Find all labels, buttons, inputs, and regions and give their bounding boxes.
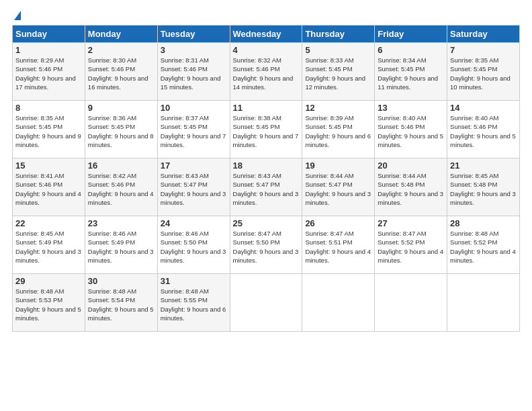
day-number: 19 (305, 161, 371, 171)
calendar-cell: 16 Sunrise: 8:42 AMSunset: 5:46 PMDaylig… (85, 158, 157, 216)
day-number: 21 (450, 161, 517, 171)
day-number: 22 (15, 218, 82, 228)
calendar-cell: 19 Sunrise: 8:44 AMSunset: 5:47 PMDaylig… (302, 158, 375, 216)
day-number: 27 (378, 218, 444, 228)
weekday-header-friday: Friday (375, 26, 447, 43)
weekday-header-thursday: Thursday (302, 26, 375, 43)
cell-info: Sunrise: 8:43 AMSunset: 5:47 PMDaylight:… (161, 172, 226, 206)
cell-info: Sunrise: 8:47 AMSunset: 5:52 PMDaylight:… (378, 230, 443, 264)
day-number: 29 (15, 276, 82, 286)
page: SundayMondayTuesdayWednesdayThursdayFrid… (0, 0, 532, 411)
cell-info: Sunrise: 8:32 AMSunset: 5:46 PMDaylight:… (233, 56, 294, 91)
calendar-week-row: 15 Sunrise: 8:41 AMSunset: 5:46 PMDaylig… (13, 158, 520, 216)
calendar-cell: 8 Sunrise: 8:35 AMSunset: 5:45 PMDayligh… (13, 101, 85, 158)
cell-info: Sunrise: 8:45 AMSunset: 5:48 PMDaylight:… (450, 172, 516, 206)
calendar-cell: 28 Sunrise: 8:48 AMSunset: 5:52 PMDaylig… (447, 216, 520, 274)
day-number: 4 (233, 45, 300, 55)
weekday-header-tuesday: Tuesday (157, 26, 230, 43)
cell-info: Sunrise: 8:29 AMSunset: 5:46 PMDaylight:… (15, 56, 76, 91)
weekday-header-sunday: Sunday (13, 26, 85, 43)
day-number: 10 (161, 103, 227, 113)
calendar-cell: 3 Sunrise: 8:31 AMSunset: 5:46 PMDayligh… (157, 43, 230, 101)
cell-info: Sunrise: 8:46 AMSunset: 5:50 PMDaylight:… (161, 230, 226, 264)
calendar-cell: 18 Sunrise: 8:43 AMSunset: 5:47 PMDaylig… (230, 158, 302, 216)
calendar-cell: 25 Sunrise: 8:47 AMSunset: 5:50 PMDaylig… (230, 216, 302, 274)
cell-info: Sunrise: 8:37 AMSunset: 5:45 PMDaylight:… (161, 114, 226, 148)
calendar-cell: 30 Sunrise: 8:48 AMSunset: 5:54 PMDaylig… (85, 274, 157, 332)
logo-triangle-icon (14, 11, 21, 20)
calendar-cell: 4 Sunrise: 8:32 AMSunset: 5:46 PMDayligh… (230, 43, 302, 101)
calendar-cell: 29 Sunrise: 8:48 AMSunset: 5:53 PMDaylig… (13, 274, 85, 332)
day-number: 23 (88, 218, 154, 228)
calendar-cell: 24 Sunrise: 8:46 AMSunset: 5:50 PMDaylig… (157, 216, 230, 274)
weekday-header-monday: Monday (85, 26, 157, 43)
cell-info: Sunrise: 8:42 AMSunset: 5:46 PMDaylight:… (88, 172, 154, 206)
day-number: 13 (378, 103, 444, 113)
calendar-week-row: 22 Sunrise: 8:45 AMSunset: 5:49 PMDaylig… (13, 216, 520, 274)
cell-info: Sunrise: 8:33 AMSunset: 5:45 PMDaylight:… (305, 56, 365, 91)
cell-info: Sunrise: 8:40 AMSunset: 5:46 PMDaylight:… (450, 114, 516, 148)
calendar-week-row: 1 Sunrise: 8:29 AMSunset: 5:46 PMDayligh… (13, 43, 520, 101)
calendar-cell: 10 Sunrise: 8:37 AMSunset: 5:45 PMDaylig… (157, 101, 230, 158)
calendar-table: SundayMondayTuesdayWednesdayThursdayFrid… (12, 25, 520, 332)
day-number: 20 (378, 161, 444, 171)
calendar-week-row: 29 Sunrise: 8:48 AMSunset: 5:53 PMDaylig… (13, 274, 520, 332)
day-number: 31 (161, 276, 227, 286)
calendar-cell: 20 Sunrise: 8:44 AMSunset: 5:48 PMDaylig… (375, 158, 447, 216)
day-number: 30 (88, 276, 154, 286)
calendar-cell: 31 Sunrise: 8:48 AMSunset: 5:55 PMDaylig… (157, 274, 230, 332)
cell-info: Sunrise: 8:41 AMSunset: 5:46 PMDaylight:… (15, 172, 81, 206)
day-number: 2 (88, 45, 154, 55)
calendar-cell: 15 Sunrise: 8:41 AMSunset: 5:46 PMDaylig… (13, 158, 85, 216)
cell-info: Sunrise: 8:31 AMSunset: 5:46 PMDaylight:… (161, 56, 221, 91)
day-number: 24 (161, 218, 227, 228)
calendar-cell: 9 Sunrise: 8:36 AMSunset: 5:45 PMDayligh… (85, 101, 157, 158)
day-number: 9 (88, 103, 154, 113)
logo (12, 11, 21, 21)
day-number: 11 (233, 103, 300, 113)
cell-info: Sunrise: 8:35 AMSunset: 5:45 PMDaylight:… (450, 56, 511, 91)
calendar-week-row: 8 Sunrise: 8:35 AMSunset: 5:45 PMDayligh… (13, 101, 520, 158)
cell-info: Sunrise: 8:48 AMSunset: 5:54 PMDaylight:… (88, 287, 154, 322)
calendar-cell: 26 Sunrise: 8:47 AMSunset: 5:51 PMDaylig… (302, 216, 375, 274)
cell-info: Sunrise: 8:46 AMSunset: 5:49 PMDaylight:… (88, 230, 154, 264)
cell-info: Sunrise: 8:47 AMSunset: 5:50 PMDaylight:… (233, 230, 299, 264)
calendar-cell: 6 Sunrise: 8:34 AMSunset: 5:45 PMDayligh… (375, 43, 447, 101)
cell-info: Sunrise: 8:44 AMSunset: 5:48 PMDaylight:… (378, 172, 443, 206)
day-number: 18 (233, 161, 300, 171)
day-number: 12 (305, 103, 371, 113)
day-number: 28 (450, 218, 517, 228)
day-number: 26 (305, 218, 371, 228)
day-number: 6 (378, 45, 444, 55)
cell-info: Sunrise: 8:34 AMSunset: 5:45 PMDaylight:… (378, 56, 438, 91)
calendar-cell: 7 Sunrise: 8:35 AMSunset: 5:45 PMDayligh… (447, 43, 520, 101)
day-number: 3 (161, 45, 227, 55)
cell-info: Sunrise: 8:39 AMSunset: 5:45 PMDaylight:… (305, 114, 371, 148)
calendar-cell (302, 274, 375, 332)
day-number: 7 (450, 45, 517, 55)
day-number: 15 (15, 161, 82, 171)
weekday-header-row: SundayMondayTuesdayWednesdayThursdayFrid… (13, 26, 520, 43)
cell-info: Sunrise: 8:30 AMSunset: 5:46 PMDaylight:… (88, 56, 148, 91)
calendar-cell: 11 Sunrise: 8:38 AMSunset: 5:45 PMDaylig… (230, 101, 302, 158)
calendar-cell: 14 Sunrise: 8:40 AMSunset: 5:46 PMDaylig… (447, 101, 520, 158)
day-number: 1 (15, 45, 82, 55)
cell-info: Sunrise: 8:48 AMSunset: 5:55 PMDaylight:… (161, 287, 226, 322)
cell-info: Sunrise: 8:48 AMSunset: 5:53 PMDaylight:… (15, 287, 81, 322)
cell-info: Sunrise: 8:47 AMSunset: 5:51 PMDaylight:… (305, 230, 371, 264)
cell-info: Sunrise: 8:36 AMSunset: 5:45 PMDaylight:… (88, 114, 154, 148)
calendar-cell: 12 Sunrise: 8:39 AMSunset: 5:45 PMDaylig… (302, 101, 375, 158)
calendar-cell: 21 Sunrise: 8:45 AMSunset: 5:48 PMDaylig… (447, 158, 520, 216)
cell-info: Sunrise: 8:35 AMSunset: 5:45 PMDaylight:… (15, 114, 81, 148)
day-number: 17 (161, 161, 227, 171)
cell-info: Sunrise: 8:38 AMSunset: 5:45 PMDaylight:… (233, 114, 299, 148)
cell-info: Sunrise: 8:45 AMSunset: 5:49 PMDaylight:… (15, 230, 81, 264)
calendar-cell (230, 274, 302, 332)
calendar-cell: 23 Sunrise: 8:46 AMSunset: 5:49 PMDaylig… (85, 216, 157, 274)
day-number: 8 (15, 103, 82, 113)
header (12, 11, 520, 21)
calendar-cell: 27 Sunrise: 8:47 AMSunset: 5:52 PMDaylig… (375, 216, 447, 274)
cell-info: Sunrise: 8:40 AMSunset: 5:46 PMDaylight:… (378, 114, 443, 148)
day-number: 14 (450, 103, 517, 113)
calendar-cell: 17 Sunrise: 8:43 AMSunset: 5:47 PMDaylig… (157, 158, 230, 216)
